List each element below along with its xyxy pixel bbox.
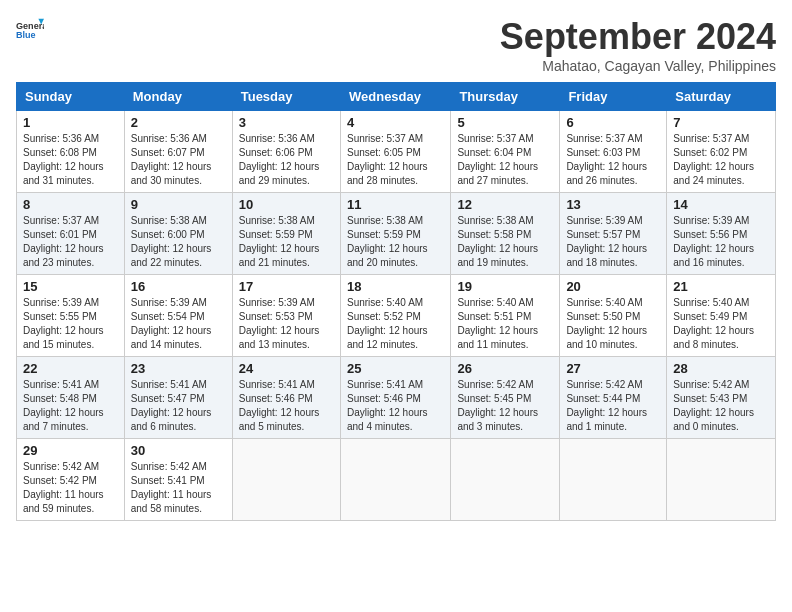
day-number: 4 bbox=[347, 115, 444, 130]
calendar-day-empty bbox=[232, 439, 340, 521]
day-info: Sunrise: 5:36 AMSunset: 6:07 PMDaylight:… bbox=[131, 133, 212, 186]
day-info: Sunrise: 5:39 AMSunset: 5:54 PMDaylight:… bbox=[131, 297, 212, 350]
day-info: Sunrise: 5:39 AMSunset: 5:57 PMDaylight:… bbox=[566, 215, 647, 268]
day-number: 26 bbox=[457, 361, 553, 376]
calendar-week-2: 8Sunrise: 5:37 AMSunset: 6:01 PMDaylight… bbox=[17, 193, 776, 275]
calendar-day-21: 21Sunrise: 5:40 AMSunset: 5:49 PMDayligh… bbox=[667, 275, 776, 357]
calendar-week-3: 15Sunrise: 5:39 AMSunset: 5:55 PMDayligh… bbox=[17, 275, 776, 357]
calendar-day-25: 25Sunrise: 5:41 AMSunset: 5:46 PMDayligh… bbox=[340, 357, 450, 439]
weekday-header-friday: Friday bbox=[560, 83, 667, 111]
day-info: Sunrise: 5:39 AMSunset: 5:53 PMDaylight:… bbox=[239, 297, 320, 350]
day-number: 15 bbox=[23, 279, 118, 294]
calendar-table: SundayMondayTuesdayWednesdayThursdayFrid… bbox=[16, 82, 776, 521]
calendar-day-empty bbox=[340, 439, 450, 521]
calendar-week-5: 29Sunrise: 5:42 AMSunset: 5:42 PMDayligh… bbox=[17, 439, 776, 521]
day-info: Sunrise: 5:41 AMSunset: 5:47 PMDaylight:… bbox=[131, 379, 212, 432]
day-number: 7 bbox=[673, 115, 769, 130]
weekday-header-tuesday: Tuesday bbox=[232, 83, 340, 111]
calendar-day-empty bbox=[560, 439, 667, 521]
day-info: Sunrise: 5:38 AMSunset: 5:59 PMDaylight:… bbox=[347, 215, 428, 268]
weekday-header-wednesday: Wednesday bbox=[340, 83, 450, 111]
day-info: Sunrise: 5:36 AMSunset: 6:08 PMDaylight:… bbox=[23, 133, 104, 186]
day-info: Sunrise: 5:41 AMSunset: 5:46 PMDaylight:… bbox=[347, 379, 428, 432]
day-info: Sunrise: 5:37 AMSunset: 6:04 PMDaylight:… bbox=[457, 133, 538, 186]
day-number: 19 bbox=[457, 279, 553, 294]
day-info: Sunrise: 5:40 AMSunset: 5:52 PMDaylight:… bbox=[347, 297, 428, 350]
calendar-day-30: 30Sunrise: 5:42 AMSunset: 5:41 PMDayligh… bbox=[124, 439, 232, 521]
day-number: 13 bbox=[566, 197, 660, 212]
weekday-header-thursday: Thursday bbox=[451, 83, 560, 111]
day-info: Sunrise: 5:42 AMSunset: 5:45 PMDaylight:… bbox=[457, 379, 538, 432]
day-number: 8 bbox=[23, 197, 118, 212]
day-info: Sunrise: 5:38 AMSunset: 6:00 PMDaylight:… bbox=[131, 215, 212, 268]
day-info: Sunrise: 5:37 AMSunset: 6:03 PMDaylight:… bbox=[566, 133, 647, 186]
calendar-day-17: 17Sunrise: 5:39 AMSunset: 5:53 PMDayligh… bbox=[232, 275, 340, 357]
calendar-day-29: 29Sunrise: 5:42 AMSunset: 5:42 PMDayligh… bbox=[17, 439, 125, 521]
calendar-day-18: 18Sunrise: 5:40 AMSunset: 5:52 PMDayligh… bbox=[340, 275, 450, 357]
day-number: 27 bbox=[566, 361, 660, 376]
day-number: 25 bbox=[347, 361, 444, 376]
calendar-day-12: 12Sunrise: 5:38 AMSunset: 5:58 PMDayligh… bbox=[451, 193, 560, 275]
day-number: 18 bbox=[347, 279, 444, 294]
day-number: 21 bbox=[673, 279, 769, 294]
calendar-day-10: 10Sunrise: 5:38 AMSunset: 5:59 PMDayligh… bbox=[232, 193, 340, 275]
calendar-day-3: 3Sunrise: 5:36 AMSunset: 6:06 PMDaylight… bbox=[232, 111, 340, 193]
day-number: 16 bbox=[131, 279, 226, 294]
calendar-day-11: 11Sunrise: 5:38 AMSunset: 5:59 PMDayligh… bbox=[340, 193, 450, 275]
calendar-day-9: 9Sunrise: 5:38 AMSunset: 6:00 PMDaylight… bbox=[124, 193, 232, 275]
title-block: September 2024 Mahatao, Cagayan Valley, … bbox=[500, 16, 776, 74]
day-info: Sunrise: 5:40 AMSunset: 5:51 PMDaylight:… bbox=[457, 297, 538, 350]
day-number: 17 bbox=[239, 279, 334, 294]
calendar-day-1: 1Sunrise: 5:36 AMSunset: 6:08 PMDaylight… bbox=[17, 111, 125, 193]
calendar-day-14: 14Sunrise: 5:39 AMSunset: 5:56 PMDayligh… bbox=[667, 193, 776, 275]
weekday-header-monday: Monday bbox=[124, 83, 232, 111]
calendar-day-16: 16Sunrise: 5:39 AMSunset: 5:54 PMDayligh… bbox=[124, 275, 232, 357]
calendar-day-24: 24Sunrise: 5:41 AMSunset: 5:46 PMDayligh… bbox=[232, 357, 340, 439]
day-number: 11 bbox=[347, 197, 444, 212]
day-info: Sunrise: 5:41 AMSunset: 5:48 PMDaylight:… bbox=[23, 379, 104, 432]
calendar-week-4: 22Sunrise: 5:41 AMSunset: 5:48 PMDayligh… bbox=[17, 357, 776, 439]
day-number: 23 bbox=[131, 361, 226, 376]
day-info: Sunrise: 5:39 AMSunset: 5:56 PMDaylight:… bbox=[673, 215, 754, 268]
day-info: Sunrise: 5:42 AMSunset: 5:43 PMDaylight:… bbox=[673, 379, 754, 432]
day-number: 9 bbox=[131, 197, 226, 212]
calendar-day-28: 28Sunrise: 5:42 AMSunset: 5:43 PMDayligh… bbox=[667, 357, 776, 439]
day-number: 22 bbox=[23, 361, 118, 376]
day-number: 24 bbox=[239, 361, 334, 376]
calendar-day-5: 5Sunrise: 5:37 AMSunset: 6:04 PMDaylight… bbox=[451, 111, 560, 193]
day-info: Sunrise: 5:40 AMSunset: 5:49 PMDaylight:… bbox=[673, 297, 754, 350]
day-info: Sunrise: 5:36 AMSunset: 6:06 PMDaylight:… bbox=[239, 133, 320, 186]
day-number: 14 bbox=[673, 197, 769, 212]
day-info: Sunrise: 5:39 AMSunset: 5:55 PMDaylight:… bbox=[23, 297, 104, 350]
calendar-day-6: 6Sunrise: 5:37 AMSunset: 6:03 PMDaylight… bbox=[560, 111, 667, 193]
calendar-day-15: 15Sunrise: 5:39 AMSunset: 5:55 PMDayligh… bbox=[17, 275, 125, 357]
day-info: Sunrise: 5:42 AMSunset: 5:41 PMDaylight:… bbox=[131, 461, 212, 514]
day-info: Sunrise: 5:38 AMSunset: 5:58 PMDaylight:… bbox=[457, 215, 538, 268]
day-number: 28 bbox=[673, 361, 769, 376]
day-info: Sunrise: 5:37 AMSunset: 6:02 PMDaylight:… bbox=[673, 133, 754, 186]
day-number: 2 bbox=[131, 115, 226, 130]
calendar-day-2: 2Sunrise: 5:36 AMSunset: 6:07 PMDaylight… bbox=[124, 111, 232, 193]
day-number: 5 bbox=[457, 115, 553, 130]
day-number: 29 bbox=[23, 443, 118, 458]
day-number: 30 bbox=[131, 443, 226, 458]
day-info: Sunrise: 5:37 AMSunset: 6:01 PMDaylight:… bbox=[23, 215, 104, 268]
calendar-day-23: 23Sunrise: 5:41 AMSunset: 5:47 PMDayligh… bbox=[124, 357, 232, 439]
day-number: 10 bbox=[239, 197, 334, 212]
calendar-day-20: 20Sunrise: 5:40 AMSunset: 5:50 PMDayligh… bbox=[560, 275, 667, 357]
svg-text:Blue: Blue bbox=[16, 30, 36, 40]
day-number: 3 bbox=[239, 115, 334, 130]
day-info: Sunrise: 5:42 AMSunset: 5:42 PMDaylight:… bbox=[23, 461, 104, 514]
weekday-header-sunday: Sunday bbox=[17, 83, 125, 111]
day-info: Sunrise: 5:40 AMSunset: 5:50 PMDaylight:… bbox=[566, 297, 647, 350]
day-number: 1 bbox=[23, 115, 118, 130]
logo-icon: General Blue bbox=[16, 16, 44, 44]
weekday-header-row: SundayMondayTuesdayWednesdayThursdayFrid… bbox=[17, 83, 776, 111]
day-number: 12 bbox=[457, 197, 553, 212]
calendar-day-4: 4Sunrise: 5:37 AMSunset: 6:05 PMDaylight… bbox=[340, 111, 450, 193]
page-header: General Blue September 2024 Mahatao, Cag… bbox=[16, 16, 776, 74]
day-info: Sunrise: 5:38 AMSunset: 5:59 PMDaylight:… bbox=[239, 215, 320, 268]
month-title: September 2024 bbox=[500, 16, 776, 58]
calendar-day-26: 26Sunrise: 5:42 AMSunset: 5:45 PMDayligh… bbox=[451, 357, 560, 439]
weekday-header-saturday: Saturday bbox=[667, 83, 776, 111]
